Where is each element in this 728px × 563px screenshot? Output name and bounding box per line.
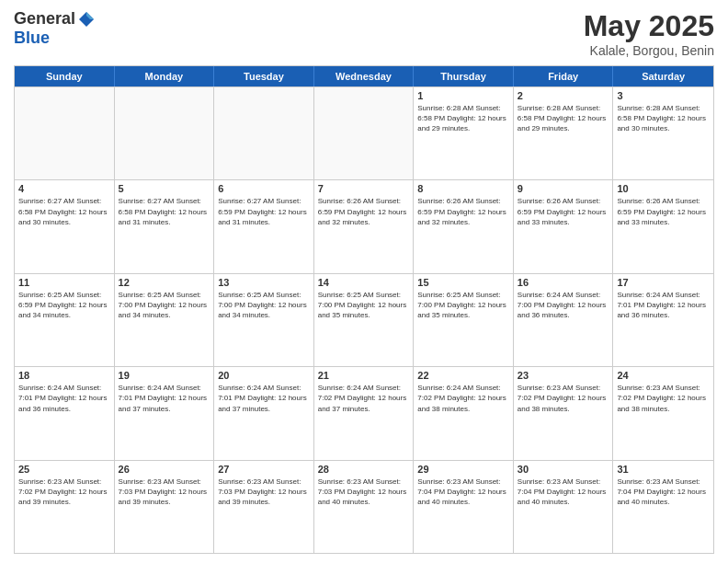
header-day-thursday: Thursday bbox=[414, 66, 514, 86]
calendar-cell: 23Sunrise: 6:23 AM Sunset: 7:02 PM Dayli… bbox=[514, 367, 614, 459]
calendar-cell: 22Sunrise: 6:24 AM Sunset: 7:02 PM Dayli… bbox=[414, 367, 514, 459]
day-number: 15 bbox=[417, 277, 509, 288]
day-info: Sunrise: 6:23 AM Sunset: 7:03 PM Dayligh… bbox=[218, 477, 310, 508]
day-number: 25 bbox=[18, 464, 110, 475]
calendar-body: 1Sunrise: 6:28 AM Sunset: 6:58 PM Daylig… bbox=[15, 86, 713, 553]
calendar-cell: 12Sunrise: 6:25 AM Sunset: 7:00 PM Dayli… bbox=[115, 274, 215, 366]
day-number: 20 bbox=[218, 370, 310, 381]
day-info: Sunrise: 6:23 AM Sunset: 7:04 PM Dayligh… bbox=[518, 477, 609, 508]
calendar-cell: 6Sunrise: 6:27 AM Sunset: 6:59 PM Daylig… bbox=[214, 180, 314, 272]
day-info: Sunrise: 6:26 AM Sunset: 6:59 PM Dayligh… bbox=[318, 196, 410, 227]
day-info: Sunrise: 6:23 AM Sunset: 7:02 PM Dayligh… bbox=[518, 383, 609, 414]
day-info: Sunrise: 6:24 AM Sunset: 7:01 PM Dayligh… bbox=[18, 383, 110, 414]
calendar-cell: 28Sunrise: 6:23 AM Sunset: 7:03 PM Dayli… bbox=[314, 461, 415, 553]
calendar-cell: 13Sunrise: 6:25 AM Sunset: 7:00 PM Dayli… bbox=[214, 274, 314, 366]
day-info: Sunrise: 6:24 AM Sunset: 7:01 PM Dayligh… bbox=[119, 383, 210, 414]
day-number: 6 bbox=[218, 183, 310, 194]
header: General Blue May 2025 Kalale, Borgou, Be… bbox=[14, 9, 714, 58]
day-info: Sunrise: 6:27 AM Sunset: 6:59 PM Dayligh… bbox=[218, 196, 310, 227]
logo-icon bbox=[77, 10, 96, 29]
day-info: Sunrise: 6:25 AM Sunset: 7:00 PM Dayligh… bbox=[318, 290, 410, 321]
day-number: 27 bbox=[218, 464, 310, 475]
day-info: Sunrise: 6:28 AM Sunset: 6:58 PM Dayligh… bbox=[417, 103, 509, 134]
day-number: 1 bbox=[417, 90, 509, 101]
month-title: May 2025 bbox=[584, 9, 714, 43]
calendar-cell: 15Sunrise: 6:25 AM Sunset: 7:00 PM Dayli… bbox=[414, 274, 514, 366]
calendar-header: SundayMondayTuesdayWednesdayThursdayFrid… bbox=[15, 66, 713, 86]
calendar-cell: 4Sunrise: 6:27 AM Sunset: 6:58 PM Daylig… bbox=[15, 180, 115, 272]
calendar-cell: 25Sunrise: 6:23 AM Sunset: 7:02 PM Dayli… bbox=[15, 461, 115, 553]
day-info: Sunrise: 6:23 AM Sunset: 7:04 PM Dayligh… bbox=[617, 477, 710, 508]
logo-general-text: General bbox=[14, 9, 75, 29]
day-number: 21 bbox=[318, 370, 410, 381]
day-number: 2 bbox=[518, 90, 609, 101]
calendar-cell: 27Sunrise: 6:23 AM Sunset: 7:03 PM Dayli… bbox=[214, 461, 314, 553]
day-number: 31 bbox=[617, 464, 710, 475]
day-number: 16 bbox=[518, 277, 609, 288]
day-number: 10 bbox=[617, 183, 710, 194]
calendar-row-0: 1Sunrise: 6:28 AM Sunset: 6:58 PM Daylig… bbox=[15, 86, 713, 179]
calendar-cell: 11Sunrise: 6:25 AM Sunset: 6:59 PM Dayli… bbox=[15, 274, 115, 366]
logo-blue-text: Blue bbox=[14, 29, 50, 48]
calendar-cell: 29Sunrise: 6:23 AM Sunset: 7:04 PM Dayli… bbox=[414, 461, 514, 553]
calendar-cell: 20Sunrise: 6:24 AM Sunset: 7:01 PM Dayli… bbox=[214, 367, 314, 459]
day-number: 17 bbox=[617, 277, 710, 288]
day-info: Sunrise: 6:23 AM Sunset: 7:02 PM Dayligh… bbox=[18, 477, 110, 508]
day-number: 28 bbox=[318, 464, 410, 475]
day-info: Sunrise: 6:28 AM Sunset: 6:58 PM Dayligh… bbox=[518, 103, 609, 134]
header-day-tuesday: Tuesday bbox=[214, 66, 314, 86]
day-info: Sunrise: 6:24 AM Sunset: 7:02 PM Dayligh… bbox=[318, 383, 410, 414]
calendar-row-1: 4Sunrise: 6:27 AM Sunset: 6:58 PM Daylig… bbox=[15, 179, 713, 272]
day-info: Sunrise: 6:28 AM Sunset: 6:58 PM Dayligh… bbox=[617, 103, 710, 134]
day-number: 9 bbox=[518, 183, 609, 194]
calendar-cell bbox=[15, 87, 115, 179]
calendar-cell: 2Sunrise: 6:28 AM Sunset: 6:58 PM Daylig… bbox=[514, 87, 614, 179]
header-day-sunday: Sunday bbox=[15, 66, 115, 86]
calendar-cell bbox=[214, 87, 314, 179]
calendar-cell: 9Sunrise: 6:26 AM Sunset: 6:59 PM Daylig… bbox=[514, 180, 614, 272]
day-number: 19 bbox=[119, 370, 210, 381]
day-info: Sunrise: 6:25 AM Sunset: 6:59 PM Dayligh… bbox=[18, 290, 110, 321]
day-info: Sunrise: 6:25 AM Sunset: 7:00 PM Dayligh… bbox=[218, 290, 310, 321]
calendar-cell: 7Sunrise: 6:26 AM Sunset: 6:59 PM Daylig… bbox=[314, 180, 415, 272]
calendar-cell: 18Sunrise: 6:24 AM Sunset: 7:01 PM Dayli… bbox=[15, 367, 115, 459]
logo: General Blue bbox=[14, 9, 96, 48]
calendar-row-3: 18Sunrise: 6:24 AM Sunset: 7:01 PM Dayli… bbox=[15, 366, 713, 459]
calendar-cell: 30Sunrise: 6:23 AM Sunset: 7:04 PM Dayli… bbox=[514, 461, 614, 553]
day-number: 30 bbox=[518, 464, 609, 475]
calendar: SundayMondayTuesdayWednesdayThursdayFrid… bbox=[14, 65, 714, 554]
calendar-row-2: 11Sunrise: 6:25 AM Sunset: 6:59 PM Dayli… bbox=[15, 273, 713, 366]
day-number: 26 bbox=[119, 464, 210, 475]
day-info: Sunrise: 6:23 AM Sunset: 7:04 PM Dayligh… bbox=[417, 477, 509, 508]
calendar-cell: 24Sunrise: 6:23 AM Sunset: 7:02 PM Dayli… bbox=[613, 367, 713, 459]
day-info: Sunrise: 6:24 AM Sunset: 7:01 PM Dayligh… bbox=[617, 290, 710, 321]
calendar-cell: 21Sunrise: 6:24 AM Sunset: 7:02 PM Dayli… bbox=[314, 367, 415, 459]
calendar-cell bbox=[115, 87, 215, 179]
day-info: Sunrise: 6:26 AM Sunset: 6:59 PM Dayligh… bbox=[617, 196, 710, 227]
calendar-cell: 3Sunrise: 6:28 AM Sunset: 6:58 PM Daylig… bbox=[613, 87, 713, 179]
day-number: 11 bbox=[18, 277, 110, 288]
day-number: 7 bbox=[318, 183, 410, 194]
day-number: 24 bbox=[617, 370, 710, 381]
day-number: 18 bbox=[18, 370, 110, 381]
calendar-cell: 14Sunrise: 6:25 AM Sunset: 7:00 PM Dayli… bbox=[314, 274, 415, 366]
day-number: 4 bbox=[18, 183, 110, 194]
calendar-cell: 17Sunrise: 6:24 AM Sunset: 7:01 PM Dayli… bbox=[613, 274, 713, 366]
header-day-friday: Friday bbox=[514, 66, 614, 86]
day-number: 5 bbox=[119, 183, 210, 194]
header-day-monday: Monday bbox=[115, 66, 215, 86]
day-number: 3 bbox=[617, 90, 710, 101]
day-number: 14 bbox=[318, 277, 410, 288]
calendar-cell: 10Sunrise: 6:26 AM Sunset: 6:59 PM Dayli… bbox=[613, 180, 713, 272]
day-info: Sunrise: 6:24 AM Sunset: 7:00 PM Dayligh… bbox=[518, 290, 609, 321]
day-info: Sunrise: 6:23 AM Sunset: 7:03 PM Dayligh… bbox=[318, 477, 410, 508]
calendar-cell: 5Sunrise: 6:27 AM Sunset: 6:58 PM Daylig… bbox=[115, 180, 215, 272]
header-day-wednesday: Wednesday bbox=[314, 66, 415, 86]
calendar-cell: 31Sunrise: 6:23 AM Sunset: 7:04 PM Dayli… bbox=[613, 461, 713, 553]
calendar-cell: 8Sunrise: 6:26 AM Sunset: 6:59 PM Daylig… bbox=[414, 180, 514, 272]
day-number: 22 bbox=[417, 370, 509, 381]
day-info: Sunrise: 6:23 AM Sunset: 7:02 PM Dayligh… bbox=[617, 383, 710, 414]
title-block: May 2025 Kalale, Borgou, Benin bbox=[584, 9, 714, 58]
day-number: 23 bbox=[518, 370, 609, 381]
header-day-saturday: Saturday bbox=[613, 66, 713, 86]
